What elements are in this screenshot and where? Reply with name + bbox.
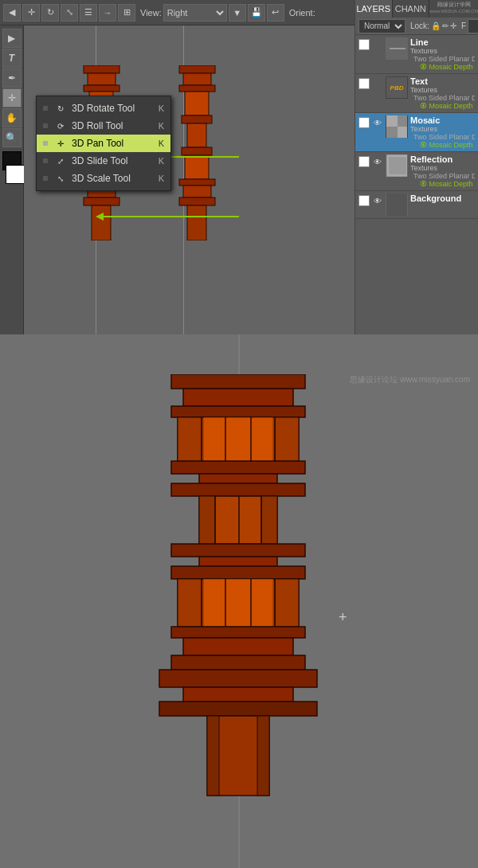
svg-rect-22 [179,197,215,205]
layer-name-background: Background [410,194,475,203]
menu-item-slide[interactable]: ⤢ 3D Slide Tool K [37,152,170,170]
svg-rect-13 [183,73,211,85]
layers-tabs: LAYERS CHANN 顾缘设计学网 www.WEBJA.COM.CN [355,0,478,18]
toolbar-scale-icon[interactable]: ⤡ [61,4,78,22]
fill-input[interactable] [468,19,478,33]
layer-name-text: Text [410,76,475,86]
svg-rect-56 [171,544,305,557]
layer-checkbox-text[interactable] [358,78,370,89]
tool-3d[interactable]: ✛ [2,88,22,108]
layer-checkbox-background[interactable] [358,195,370,206]
layer-item-text[interactable]: PBD Text Textures Two Sided Planar Dep ⦿… [355,74,478,113]
layers-panel: LAYERS CHANN 顾缘设计学网 www.WEBJA.COM.CN Nor… [355,0,478,334]
tool-select[interactable]: ▶ [2,29,22,48]
layer-item-mosaic[interactable]: 👁 Mosaic Textures Two Sided Planar Dep ⦿… [355,113,478,152]
svg-rect-12 [179,65,215,73]
layer-eye-background[interactable]: 👁 [372,195,383,206]
svg-rect-38 [171,406,305,417]
undo-icon[interactable]: ↩ [267,4,284,22]
roll-label: 3D Roll Tool [72,120,154,131]
layer-sub3-reflection: ⦿ Mosaic Depth [410,180,475,188]
layer-eye-text[interactable] [372,78,383,89]
svg-rect-21 [183,186,211,197]
layer-sub1-text: Textures [410,86,475,94]
layers-controls: Normal Lock: 🔒 ✏ ✛ F [355,18,478,35]
tab-layers[interactable]: LAYERS [355,0,393,18]
dot-icon5 [43,176,48,181]
svg-rect-32 [398,127,407,138]
layer-info-line: Line Textures Two Sided Planar Dep ⦿ Mos… [410,37,475,71]
svg-rect-62 [203,579,273,627]
dot-icon2 [43,123,48,128]
svg-rect-58 [171,566,305,579]
dot-icon4 [43,158,48,163]
layers-list: Line Textures Two Sided Planar Dep ⦿ Mos… [355,35,478,219]
layer-checkbox-reflection[interactable] [358,156,370,167]
pan-label: 3D Pan Tool [72,138,154,149]
background-color[interactable] [6,165,25,184]
menu-item-rotate[interactable]: ↻ 3D Rotate Tool K [37,100,170,117]
layer-name-mosaic: Mosaic [410,115,475,125]
svg-rect-40 [178,417,202,461]
dot-icon [43,106,48,111]
layer-eye-reflection[interactable]: 👁 [372,156,383,167]
svg-rect-29 [386,115,398,127]
svg-rect-14 [179,85,215,92]
toolbar-arrow-icon[interactable]: ◀ [3,4,21,22]
svg-rect-57 [199,557,277,566]
layer-item-reflection[interactable]: 👁 Reflection Textures Two Sided Planar D… [355,152,478,191]
view-dropdown[interactable]: Right [163,4,227,22]
view-label: View: [140,8,162,18]
svg-rect-67 [171,627,305,638]
layer-eye-line[interactable] [372,39,383,50]
layer-item-line[interactable]: Line Textures Two Sided Planar Dep ⦿ Mos… [355,35,478,74]
toolbar-extra-icon[interactable]: ⊞ [118,4,135,22]
watermark-top: 顾缘设计学网 www.WEBJA.COM.CN [429,0,478,18]
svg-rect-1 [88,73,116,85]
pan-key: K [159,139,164,148]
layer-eye-mosaic[interactable]: 👁 [372,117,383,128]
roll-icon: ⟳ [54,119,67,132]
menu-item-scale[interactable]: ⤡ 3D Scale Tool K [37,170,170,187]
tool-pen[interactable]: ✒ [2,68,22,88]
layer-info-text: Text Textures Two Sided Planar Dep ⦿ Mos… [410,76,475,110]
svg-rect-48 [199,474,277,483]
bottom-section: 思缘设计论坛 www.missyuan.com [0,334,478,868]
svg-rect-72 [159,702,317,716]
svg-rect-61 [275,579,299,627]
layer-thumb-mosaic [386,115,408,138]
toolbar-arrow2-icon[interactable]: → [99,4,116,22]
tool-text[interactable]: T [2,49,22,68]
brush-icon: ✏ [442,22,449,30]
toolbar-rotate-icon[interactable]: ↻ [41,4,59,22]
pan-icon: ✛ [54,137,67,150]
arrow-2 [96,209,239,225]
dropdown-arrow-icon[interactable]: ▼ [229,4,246,22]
object-3d-main [155,374,323,796]
svg-rect-35 [386,194,407,216]
tool-hand[interactable]: ✋ [2,108,22,127]
tab-channels[interactable]: CHANN [393,0,430,18]
layer-checkbox-line[interactable] [358,39,370,50]
menu-item-roll[interactable]: ⟳ 3D Roll Tool K [37,117,170,135]
top-section: ◀ ✛ ↻ ⤡ ☰ → ⊞ View: Right ▼ 💾 ↩ Orient: … [0,0,478,334]
layer-item-background[interactable]: 👁 Background [355,191,478,219]
svg-rect-71 [183,687,293,702]
svg-rect-20 [179,179,215,186]
toolbar-move-icon[interactable]: ✛ [22,4,40,22]
layer-sub2-line: Two Sided Planar Dep [410,55,475,63]
layer-checkbox-mosaic[interactable] [358,117,370,128]
orient-label: Orient: [289,8,315,18]
rotate-label: 3D Rotate Tool [72,103,154,114]
layer-info-reflection: Reflection Textures Two Sided Planar Dep… [410,154,475,188]
layer-sub2-text: Two Sided Planar Dep [410,94,475,102]
layer-thumb-text: PBD [386,76,408,99]
menu-item-pan[interactable]: ✛ 3D Pan Tool K [37,135,170,152]
layer-sub2-reflection: Two Sided Planar Dep [410,172,475,180]
svg-rect-51 [199,496,215,544]
tool-zoom[interactable]: 🔍 [2,128,22,147]
roll-key: K [159,121,164,131]
save-icon[interactable]: 💾 [248,4,265,22]
toolbar-hand-icon[interactable]: ☰ [80,4,97,22]
blend-mode-dropdown[interactable]: Normal [358,19,406,33]
